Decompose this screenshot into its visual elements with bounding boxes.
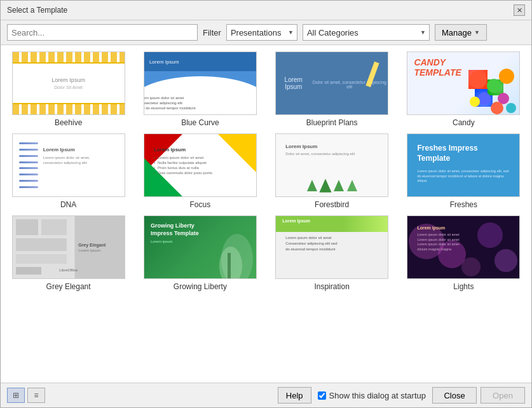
- template-thumb-lights: Lorem ipsum Lorem ipsum dolor sit ametLo…: [407, 215, 520, 279]
- toolbar: Filter Presentations All Categories Mana…: [1, 20, 531, 45]
- show-startup-label: Show this dialog at startup: [329, 391, 426, 400]
- template-name-blueprint: Blueprint Plans: [306, 118, 358, 127]
- list-view-icon: ≡: [34, 391, 38, 400]
- grid-view-button[interactable]: ⊞: [7, 388, 25, 403]
- templates-grid: Lorem Ipsum Dolor Sit Amet Beehive Lorem…: [7, 51, 525, 291]
- close-button[interactable]: Close: [432, 387, 477, 404]
- select-template-dialog: Select a Template ✕ Filter Presentations…: [0, 0, 532, 408]
- template-thumb-dna: Lorem Ipsum Lorem ipsum dolor sit amet,c…: [12, 133, 125, 197]
- template-name-candy: Candy: [453, 118, 475, 127]
- dialog-buttons: Close Open: [432, 387, 525, 404]
- bottom-bar: ⊞ ≡ Help Show this dialog at startup Clo…: [1, 383, 531, 407]
- template-greyeleg[interactable]: Grey Elegant Lorem Ipsum LibreOffice Gre…: [7, 215, 130, 291]
- grid-view-icon: ⊞: [13, 391, 19, 400]
- svg-rect-10: [41, 219, 67, 235]
- categories-dropdown[interactable]: All Categories: [303, 24, 430, 41]
- template-thumb-growing: Growing LibertyImpress Template Lorem ip…: [144, 215, 257, 279]
- template-thumb-freshes: Freshes ImpressTemplate Lorem ipsum dolo…: [407, 133, 520, 197]
- template-bluecurve[interactable]: Lorem Ipsum Lorem ipsum dolor sit amet C…: [139, 51, 261, 127]
- svg-point-6: [491, 102, 503, 114]
- template-candy[interactable]: CANDYTEMPLATE: [402, 51, 525, 127]
- svg-rect-12: [16, 254, 67, 264]
- title-bar: Select a Template ✕: [1, 1, 531, 20]
- template-name-greyeleg: Grey Elegant: [46, 282, 91, 291]
- template-name-inspiration: Inspiration: [314, 282, 349, 291]
- template-name-bluecurve: Blue Curve: [181, 118, 219, 127]
- template-thumb-candy: CANDYTEMPLATE: [407, 51, 520, 115]
- svg-rect-11: [16, 238, 67, 251]
- template-thumb-focus: Lorem Ipsum Lorem ipsum dolor sit amet N…: [144, 133, 257, 197]
- svg-point-5: [470, 97, 480, 107]
- template-dna[interactable]: Lorem Ipsum Lorem ipsum dolor sit amet,c…: [7, 133, 130, 209]
- template-name-focus: Focus: [190, 200, 211, 209]
- templates-content-area[interactable]: Lorem Ipsum Dolor Sit Amet Beehive Lorem…: [1, 45, 531, 383]
- footer-actions: Help Show this dialog at startup Close O…: [278, 387, 525, 404]
- manage-button[interactable]: Manage: [435, 24, 487, 41]
- svg-rect-9: [16, 219, 38, 235]
- show-startup-area: Show this dialog at startup: [318, 391, 426, 400]
- template-thumb-blueprint: Lorem Ipsum Dolor sit amet, consectetur …: [275, 51, 388, 115]
- template-thumb-forestbird: Lorem Ipsum Dolor sit amet, consectetur …: [275, 133, 388, 197]
- template-forestbird[interactable]: Lorem Ipsum Dolor sit amet, consectetur …: [271, 133, 393, 209]
- template-name-growing: Growing Liberty: [174, 282, 227, 291]
- dialog-close-button[interactable]: ✕: [514, 4, 525, 16]
- template-blueprint[interactable]: Lorem Ipsum Dolor sit amet, consectetur …: [271, 51, 393, 127]
- svg-point-3: [478, 92, 491, 105]
- svg-rect-16: [228, 253, 231, 278]
- template-name-forestbird: Forestbird: [315, 200, 349, 209]
- help-button[interactable]: Help: [278, 387, 311, 404]
- template-freshes[interactable]: Freshes ImpressTemplate Lorem ipsum dolo…: [402, 133, 525, 209]
- template-name-freshes: Freshes: [450, 200, 477, 209]
- dialog-title: Select a Template: [7, 6, 67, 15]
- presentations-dropdown[interactable]: Presentations: [226, 24, 297, 41]
- list-view-button[interactable]: ≡: [27, 388, 45, 403]
- svg-point-0: [469, 71, 487, 88]
- template-focus[interactable]: Lorem Ipsum Lorem ipsum dolor sit amet N…: [139, 133, 261, 209]
- manage-label: Manage: [442, 28, 472, 37]
- template-lights[interactable]: Lorem ipsum Lorem ipsum dolor sit ametLo…: [402, 215, 525, 291]
- template-thumb-bluecurve: Lorem Ipsum Lorem ipsum dolor sit amet C…: [144, 51, 257, 115]
- template-inspiration[interactable]: Lorem Ipsum Lorem ipsum dolor sit ametCo…: [271, 215, 393, 291]
- template-thumb-inspiration: Lorem Ipsum Lorem ipsum dolor sit ametCo…: [275, 215, 388, 279]
- template-name-lights: Lights: [453, 282, 474, 291]
- svg-point-1: [487, 79, 501, 93]
- show-startup-checkbox[interactable]: [318, 391, 326, 400]
- template-growing[interactable]: Growing LibertyImpress Template Lorem ip…: [139, 215, 261, 291]
- svg-point-2: [499, 69, 514, 84]
- categories-dropdown-wrap: All Categories: [303, 24, 430, 41]
- template-name-beehive: Beehive: [55, 118, 82, 127]
- search-input[interactable]: [7, 24, 198, 41]
- open-button[interactable]: Open: [481, 387, 525, 404]
- presentations-dropdown-wrap: Presentations: [226, 24, 297, 41]
- svg-point-7: [506, 103, 516, 113]
- svg-point-21: [494, 249, 517, 272]
- template-thumb-greyeleg: Grey Elegant Lorem Ipsum LibreOffice: [12, 215, 125, 279]
- view-toggle: ⊞ ≡: [7, 388, 45, 403]
- template-name-dna: DNA: [60, 200, 76, 209]
- template-thumb-beehive: Lorem Ipsum Dolor Sit Amet: [12, 51, 125, 115]
- template-beehive[interactable]: Lorem Ipsum Dolor Sit Amet Beehive: [7, 51, 130, 127]
- filter-label: Filter: [203, 28, 221, 37]
- svg-point-22: [461, 257, 481, 276]
